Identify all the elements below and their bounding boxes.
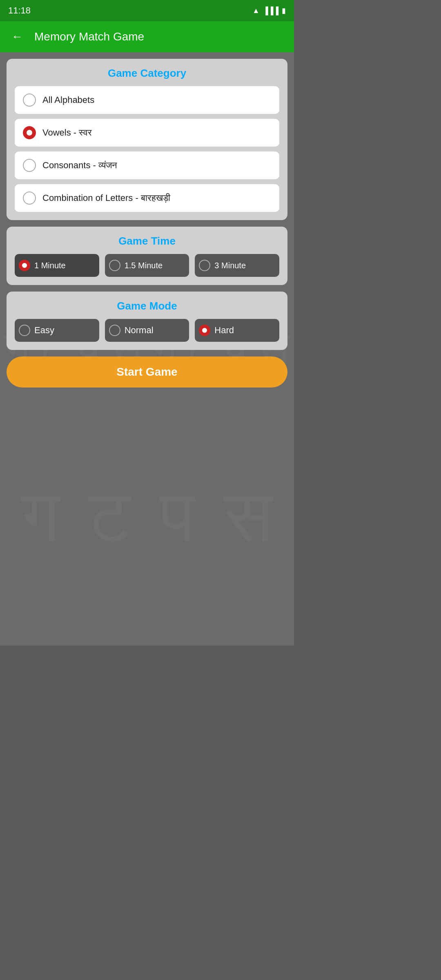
game-category-card: Game Category All Alphabets Vowels - स्व… (7, 59, 287, 220)
mode-normal-label: Normal (125, 325, 154, 336)
status-time: 11:18 (8, 5, 31, 16)
game-time-title: Game Time (15, 235, 279, 247)
category-vowels[interactable]: Vowels - स्वर (15, 119, 279, 147)
time-3min-button[interactable]: 3 Minute (195, 254, 279, 277)
mode-options-row: Easy Normal Hard (15, 319, 279, 342)
back-button[interactable]: ← (8, 27, 26, 47)
radio-all-alphabets (23, 94, 36, 107)
game-category-title: Game Category (15, 67, 279, 80)
category-consonants-label: Consonants - व्यंजन (42, 160, 117, 171)
radio-combination (23, 192, 36, 205)
mode-easy-label: Easy (34, 325, 54, 336)
main-content: गटपस गटपस Game Category All Alphabets Vo… (0, 52, 294, 646)
time-options-row: 1 Minute 1.5 Minute 3 Minute (15, 254, 279, 277)
time-1-5min-label: 1.5 Minute (125, 261, 163, 270)
start-game-button[interactable]: Start Game (7, 356, 287, 388)
category-all-alphabets-label: All Alphabets (42, 95, 94, 105)
category-combination-label: Combination of Letters - बारहखड़ी (42, 193, 170, 203)
app-title: Memory Match Game (34, 30, 144, 43)
app-bar: ← Memory Match Game (0, 21, 294, 52)
radio-vowels (23, 126, 36, 139)
mode-normal-button[interactable]: Normal (105, 319, 189, 342)
battery-icon: ▮ (282, 6, 286, 15)
mode-hard-button[interactable]: Hard (195, 319, 279, 342)
category-consonants[interactable]: Consonants - व्यंजन (15, 151, 279, 179)
mode-easy-button[interactable]: Easy (15, 319, 99, 342)
mode-hard-label: Hard (214, 325, 234, 336)
status-bar: 11:18 ▲ ▐▐▐ ▮ (0, 0, 294, 21)
game-mode-title: Game Mode (15, 300, 279, 312)
category-combination[interactable]: Combination of Letters - बारहखड़ी (15, 184, 279, 212)
game-time-card: Game Time 1 Minute 1.5 Minute 3 Minute (7, 227, 287, 285)
bottom-area: गटपस (7, 394, 287, 639)
time-1min-label: 1 Minute (34, 261, 66, 270)
status-icons: ▲ ▐▐▐ ▮ (252, 6, 286, 15)
game-mode-card: Game Mode Easy Normal Hard (7, 292, 287, 350)
signal-icon: ▐▐▐ (263, 7, 278, 15)
time-1min-button[interactable]: 1 Minute (15, 254, 99, 277)
category-all-alphabets[interactable]: All Alphabets (15, 86, 279, 114)
time-1-5min-button[interactable]: 1.5 Minute (105, 254, 189, 277)
time-3min-label: 3 Minute (214, 261, 246, 270)
wifi-icon: ▲ (252, 7, 260, 15)
radio-consonants (23, 159, 36, 172)
category-vowels-label: Vowels - स्वर (42, 127, 92, 138)
